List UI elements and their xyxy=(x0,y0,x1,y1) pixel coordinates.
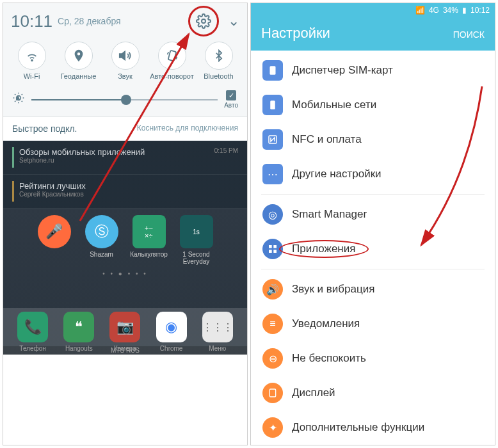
toggle-location[interactable]: Геоданные xyxy=(55,42,102,80)
location-icon xyxy=(72,49,86,63)
notification-item[interactable]: Обзоры мобильных приложений Setphone.ru … xyxy=(3,141,247,175)
clock-time: 10:11 xyxy=(11,12,52,31)
settings-item-sim[interactable]: Диспетчер SIM-карт xyxy=(251,53,495,88)
bluetooth-icon xyxy=(213,49,225,62)
svg-rect-2 xyxy=(168,51,176,61)
svg-rect-10 xyxy=(273,245,277,248)
status-time: 10:12 xyxy=(470,6,490,15)
sound-icon xyxy=(118,49,133,63)
quick-connect-title: Быстрое подкл. xyxy=(12,124,77,134)
settings-item-adv[interactable]: ✦Дополнительные функции xyxy=(251,410,495,445)
app-icon-calc[interactable]: +−×÷Калькулятор xyxy=(130,215,168,265)
nfc-icon xyxy=(267,134,278,145)
mobile-icon xyxy=(267,99,278,111)
svg-rect-6 xyxy=(270,66,276,75)
battery-label: 34% xyxy=(443,6,458,15)
auto-brightness-checkbox[interactable]: ✓ Авто xyxy=(224,90,238,109)
status-bar: 📶 4G 34% ▮ 10:12 xyxy=(251,3,495,17)
settings-item-apps[interactable]: Приложения xyxy=(251,232,495,266)
display-icon xyxy=(268,388,278,398)
notification-topbar: 10:11 Ср, 28 декабря ⌄ xyxy=(3,3,247,39)
network-label: 4G xyxy=(429,6,439,15)
quick-connect-row[interactable]: Быстрое подкл. Коснитесь для подключения xyxy=(3,117,247,141)
notification-panel-screenshot: 10:11 Ср, 28 декабря ⌄ Wi-Fi Геоданные З… xyxy=(3,3,248,445)
sim-icon xyxy=(267,65,278,76)
svg-point-0 xyxy=(202,19,205,23)
carrier-label: MTS RUS xyxy=(3,346,247,355)
settings-item-sound[interactable]: 🔊Звук и вибрация xyxy=(251,272,495,307)
rotate-icon xyxy=(165,49,179,63)
expand-chevron-icon[interactable]: ⌄ xyxy=(228,13,239,29)
page-indicator: • • ● • • • xyxy=(3,270,247,277)
gear-icon xyxy=(196,13,211,29)
toggle-sound[interactable]: Звук xyxy=(102,42,149,80)
home-screen-dimmed: 🎤 ⓈShazam +−×÷Калькулятор 1s1 Second Eve… xyxy=(3,209,247,355)
svg-rect-11 xyxy=(269,250,272,253)
battery-icon: ▮ xyxy=(462,6,467,15)
brightness-icon: A xyxy=(12,92,25,108)
settings-item-nfc[interactable]: NFC и оплата xyxy=(251,122,495,157)
svg-rect-12 xyxy=(273,250,277,253)
svg-rect-13 xyxy=(269,389,275,397)
settings-item-display[interactable]: Дисплей xyxy=(251,376,495,410)
svg-rect-7 xyxy=(270,100,275,109)
notifications-area: Обзоры мобильных приложений Setphone.ru … xyxy=(3,141,247,209)
app-icon-shazam[interactable]: ⓈShazam xyxy=(83,215,121,265)
settings-item-smart[interactable]: ◎Smart Manager xyxy=(251,197,495,232)
signal-icon: 📶 xyxy=(415,6,425,15)
settings-item-dnd[interactable]: ⊖Не беспокоить xyxy=(251,341,495,376)
settings-item-notif[interactable]: ≡Уведомления xyxy=(251,307,495,341)
brightness-row: A ✓ Авто xyxy=(3,86,247,117)
settings-button[interactable] xyxy=(191,8,216,34)
apps-icon xyxy=(268,244,278,254)
settings-item-more[interactable]: ⋯Другие настройки xyxy=(251,157,495,191)
wifi-icon xyxy=(25,49,39,63)
toggle-bluetooth[interactable]: Bluetooth xyxy=(195,42,242,80)
search-button[interactable]: ПОИСК xyxy=(453,29,485,40)
settings-list: Диспетчер SIM-карт Мобильные сети NFC и … xyxy=(251,51,495,445)
toggle-wifi[interactable]: Wi-Fi xyxy=(8,42,55,80)
settings-item-mobile[interactable]: Мобильные сети xyxy=(251,88,495,122)
settings-header: Настройки ПОИСК xyxy=(251,17,495,51)
notification-item[interactable]: Рейтинги лучших Сергей Красильников xyxy=(3,175,247,209)
app-icon-voice[interactable]: 🎤 xyxy=(35,215,74,265)
settings-title: Настройки xyxy=(261,25,330,42)
app-icon-1se[interactable]: 1s1 Second Everyday xyxy=(177,215,216,265)
svg-text:A: A xyxy=(17,96,20,100)
settings-screenshot: 📶 4G 34% ▮ 10:12 Настройки ПОИСК Диспетч… xyxy=(250,3,495,445)
svg-point-1 xyxy=(31,60,33,61)
quick-connect-hint: Коснитесь для подключения xyxy=(137,124,238,134)
toggle-rotate[interactable]: Авто-поворот xyxy=(149,42,195,80)
svg-rect-9 xyxy=(269,245,272,248)
brightness-slider[interactable] xyxy=(31,92,218,108)
quick-toggles-row: Wi-Fi Геоданные Звук Авто-поворот Blueto… xyxy=(3,39,247,86)
clock-date: Ср, 28 декабря xyxy=(58,16,121,26)
